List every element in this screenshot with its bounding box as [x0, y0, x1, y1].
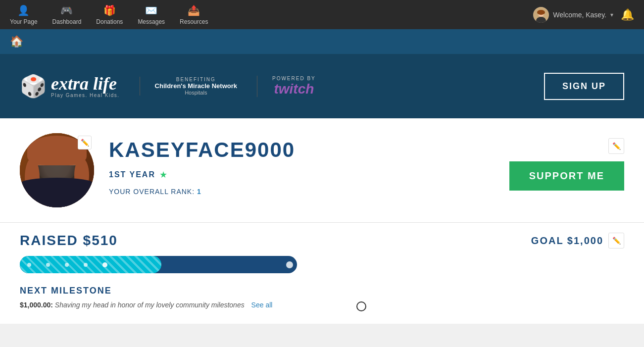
brand-logos-group: 🎲 extra life Play Games. Heal Kids. BENE…: [20, 73, 316, 99]
progress-dot-1: [27, 263, 31, 267]
goal-area: GOAL $1,000 ✏️: [531, 233, 624, 248]
cmn-name: Children's Miracle Network: [155, 82, 237, 90]
year-text: 1ST YEAR: [109, 170, 155, 179]
svg-point-3: [537, 10, 545, 15]
nav-dashboard[interactable]: 🎮 Dashboard: [52, 4, 82, 25]
raised-row: RAISED $510 GOAL $1,000 ✏️: [20, 233, 624, 248]
logo-row: 🎲 extra life Play Games. Heal Kids.: [20, 73, 120, 99]
breadcrumb-bar: 🏠: [0, 29, 644, 54]
milestone-section: NEXT MILESTONE $1,000.00: Shaving my hea…: [20, 286, 624, 309]
profile-actions: ✏️ SUPPORT ME: [509, 133, 624, 191]
benefiting-label: BENEFITING: [176, 77, 216, 82]
raised-amount: RAISED $510: [20, 233, 118, 248]
progress-dot-4: [84, 263, 88, 267]
progress-fill: [20, 256, 161, 273]
profile-section: ✏️ KASEYFACE9000 1ST YEAR ★ YOUR OVERALL…: [0, 118, 644, 222]
nav-your-page-label: Your Page: [10, 18, 38, 25]
nav-dashboard-label: Dashboard: [52, 18, 82, 25]
extra-life-tagline: Play Games. Heal Kids.: [51, 93, 120, 98]
edit-avatar-icon: ✏️: [81, 139, 89, 147]
avatar-container: ✏️: [20, 133, 94, 207]
your-page-icon: 👤: [17, 4, 30, 16]
progress-bar-container: [20, 256, 297, 273]
nav-resources[interactable]: 📤 Resources: [180, 4, 208, 25]
nav-resources-label: Resources: [180, 18, 208, 25]
goal-text: GOAL $1,000: [531, 235, 603, 247]
cmn-sub: Hospitals: [185, 90, 207, 96]
logo-text-block: extra life Play Games. Heal Kids.: [51, 75, 120, 98]
benefiting-block: BENEFITING Children's Miracle Network Ho…: [140, 77, 237, 96]
nav-donations[interactable]: 🎁 Donations: [96, 4, 123, 25]
profile-info: KASEYFACE9000 1ST YEAR ★ YOUR OVERALL RA…: [109, 133, 495, 196]
home-icon[interactable]: 🏠: [10, 35, 23, 48]
powered-label: POWERED BY: [272, 76, 316, 81]
donations-icon: 🎁: [103, 4, 116, 16]
resources-icon: 📤: [188, 4, 200, 16]
edit-name-button[interactable]: ✏️: [608, 138, 624, 154]
edit-goal-button[interactable]: ✏️: [608, 233, 624, 248]
milestone-text: $1,000.00: Shaving my head in honor of m…: [20, 301, 624, 309]
logo-dice-icon: 🎲: [20, 73, 47, 99]
progress-end-dot: [286, 261, 293, 268]
milestone-description: Shaving my head in honor of my lovely co…: [55, 301, 245, 309]
notifications-icon[interactable]: 🔔: [621, 8, 634, 21]
powered-block: POWERED BY twitch: [257, 76, 316, 97]
extra-life-name: extra life: [51, 75, 120, 93]
user-menu[interactable]: Welcome, Kasey. ▾: [533, 7, 613, 23]
see-all-milestones-link[interactable]: See all: [251, 301, 273, 309]
progress-dot-3: [65, 263, 69, 267]
fundraising-section: RAISED $510 GOAL $1,000 ✏️ NEXT MILESTON…: [0, 222, 644, 324]
progress-dots: [27, 262, 107, 267]
support-me-button[interactable]: SUPPORT ME: [509, 161, 624, 191]
nav-messages[interactable]: ✉️ Messages: [138, 4, 165, 25]
edit-goal-icon: ✏️: [612, 237, 621, 245]
rank-line: YOUR OVERALL RANK: 1: [109, 188, 495, 196]
milestone-amount: $1,000.00:: [20, 301, 53, 309]
user-greeting: Welcome, Kasey.: [553, 11, 606, 19]
nav-links: 👤 Your Page 🎮 Dashboard 🎁 Donations ✉️ M…: [10, 4, 208, 25]
user-controls: Welcome, Kasey. ▾ 🔔: [533, 7, 634, 23]
milestone-title: NEXT MILESTONE: [20, 286, 624, 296]
avatar: [533, 7, 549, 23]
brand-header: 🎲 extra life Play Games. Heal Kids. BENE…: [0, 54, 644, 118]
edit-avatar-button[interactable]: ✏️: [78, 136, 92, 149]
profile-year: 1ST YEAR ★: [109, 169, 495, 180]
messages-icon: ✉️: [145, 4, 157, 16]
top-navigation: 👤 Your Page 🎮 Dashboard 🎁 Donations ✉️ M…: [0, 0, 644, 29]
profile-username: KASEYFACE9000: [109, 138, 495, 162]
progress-dot-5: [102, 262, 107, 267]
nav-messages-label: Messages: [138, 18, 165, 25]
nav-your-page[interactable]: 👤 Your Page: [10, 4, 38, 25]
nav-donations-label: Donations: [96, 18, 123, 25]
star-icon: ★: [159, 169, 167, 180]
rank-label: YOUR OVERALL RANK:: [109, 188, 195, 196]
dropdown-arrow-icon: ▾: [610, 11, 613, 18]
rank-value-link[interactable]: 1: [197, 188, 201, 196]
dashboard-icon: 🎮: [60, 4, 73, 16]
progress-dot-2: [46, 263, 50, 267]
extra-life-logo: 🎲 extra life Play Games. Heal Kids.: [20, 73, 120, 99]
twitch-logo: twitch: [274, 81, 314, 97]
signup-button[interactable]: SIGN UP: [544, 73, 624, 100]
edit-name-icon: ✏️: [612, 142, 621, 150]
